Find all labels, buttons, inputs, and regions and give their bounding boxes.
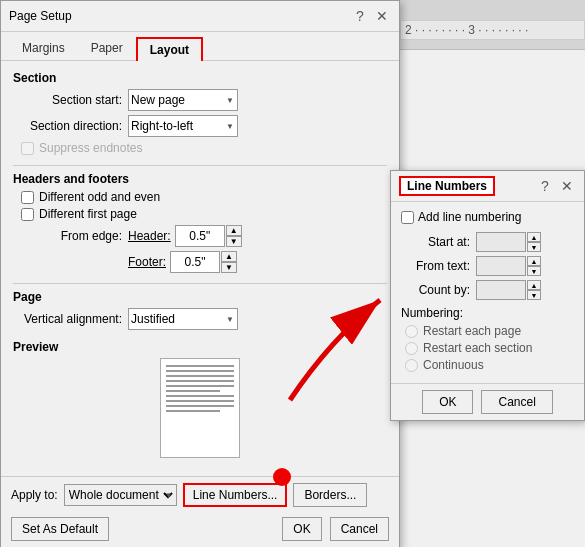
section-group-label: Section [13, 71, 387, 85]
vertical-alignment-select[interactable]: Top Center Justified Bottom [128, 308, 238, 330]
preview-frame [160, 358, 240, 458]
section-start-label: Section start: [13, 93, 128, 107]
count-by-spin-up[interactable]: ▲ [527, 280, 541, 290]
header-spin-up[interactable]: ▲ [226, 225, 242, 236]
footer-spin-up[interactable]: ▲ [221, 251, 237, 262]
from-text-row: From text: ▲ ▼ [401, 256, 574, 276]
start-at-spin-down[interactable]: ▼ [527, 242, 541, 252]
red-dot-indicator [273, 468, 291, 486]
section-start-select-wrapper: New page Continuous Even page Odd page [128, 89, 238, 111]
suppress-endnotes-checkbox[interactable] [21, 142, 34, 155]
ruler-strip: 2 · · · · · · · · 3 · · · · · · · · [400, 20, 585, 40]
section-direction-select[interactable]: Right-to-left Left-to-right [128, 115, 238, 137]
section-direction-label: Section direction: [13, 119, 128, 133]
restart-page-radio[interactable] [405, 325, 418, 338]
add-line-numbering-checkbox[interactable] [401, 211, 414, 224]
ln-body: Add line numbering Start at: ▲ ▼ From te… [391, 202, 584, 383]
restart-page-label: Restart each page [423, 324, 521, 338]
headers-footers-label: Headers and footers [13, 172, 387, 186]
from-edge-label: From edge: [13, 229, 128, 243]
ln-cancel-button[interactable]: Cancel [481, 390, 552, 414]
footer-label: Footer: [128, 255, 166, 269]
section-direction-row: Section direction: Right-to-left Left-to… [13, 115, 387, 137]
start-at-spinners: ▲ ▼ [527, 232, 541, 252]
continuous-label: Continuous [423, 358, 484, 372]
preview-line-7 [166, 395, 234, 397]
start-at-spin-up[interactable]: ▲ [527, 232, 541, 242]
line-numbers-dialog: Line Numbers ? ✕ Add line numbering Star… [390, 170, 585, 421]
titlebar-controls: ? ✕ [351, 7, 391, 25]
vertical-alignment-select-wrapper: Top Center Justified Bottom [128, 308, 238, 330]
vertical-alignment-label: Vertical alignment: [13, 312, 128, 326]
count-by-input[interactable] [476, 280, 526, 300]
restart-page-row: Restart each page [401, 324, 574, 338]
ln-ok-button[interactable]: OK [422, 390, 473, 414]
header-spinner: ▲ ▼ [175, 225, 242, 247]
ln-help-button[interactable]: ? [536, 177, 554, 195]
header-spin-down[interactable]: ▼ [226, 236, 242, 247]
preview-box: Preview [13, 340, 387, 458]
numbering-label: Numbering: [401, 306, 574, 320]
restart-section-radio[interactable] [405, 342, 418, 355]
cancel-button[interactable]: Cancel [330, 517, 389, 541]
headers-footers-group: Headers and footers Different odd and ev… [13, 172, 387, 273]
count-by-spin-down[interactable]: ▼ [527, 290, 541, 300]
ln-title: Line Numbers [399, 176, 495, 196]
set-as-default-button[interactable]: Set As Default [11, 517, 109, 541]
dialog-body: Section Section start: New page Continuo… [1, 61, 399, 476]
from-text-spin-up[interactable]: ▲ [527, 256, 541, 266]
footer-spinner: ▲ ▼ [170, 251, 237, 273]
continuous-row: Continuous [401, 358, 574, 372]
header-spinner-btns: ▲ ▼ [226, 225, 242, 247]
close-button[interactable]: ✕ [373, 7, 391, 25]
tab-margins[interactable]: Margins [9, 36, 78, 60]
suppress-endnotes-label: Suppress endnotes [39, 141, 142, 155]
page-group: Page Vertical alignment: Top Center Just… [13, 290, 387, 330]
add-line-numbering-row: Add line numbering [401, 210, 574, 224]
apply-to-label: Apply to: [11, 488, 58, 502]
ruler-area: 2 · · · · · · · · 3 · · · · · · · · [400, 0, 585, 50]
ok-button[interactable]: OK [282, 517, 321, 541]
footer-input[interactable] [170, 251, 220, 273]
from-text-spinners: ▲ ▼ [527, 256, 541, 276]
help-button[interactable]: ? [351, 7, 369, 25]
line-numbers-button[interactable]: Line Numbers... [183, 483, 288, 507]
count-by-label: Count by: [401, 283, 476, 297]
from-text-spin-down[interactable]: ▼ [527, 266, 541, 276]
from-text-label: From text: [401, 259, 476, 273]
ln-controls: ? ✕ [536, 177, 576, 195]
suppress-endnotes-row: Suppress endnotes [13, 141, 387, 155]
different-odd-even-checkbox[interactable] [21, 191, 34, 204]
preview-line-8 [166, 400, 234, 402]
start-at-input[interactable] [476, 232, 526, 252]
header-label: Header: [128, 229, 171, 243]
preview-line-2 [166, 370, 234, 372]
bottom-row: Apply to: Whole document Line Numbers...… [1, 476, 399, 513]
different-first-page-checkbox[interactable] [21, 208, 34, 221]
page-setup-dialog: Page Setup ? ✕ Margins Paper Layout Sect… [0, 0, 400, 547]
section-start-row: Section start: New page Continuous Even … [13, 89, 387, 111]
header-input[interactable] [175, 225, 225, 247]
tab-layout[interactable]: Layout [136, 37, 203, 61]
page-setup-titlebar: Page Setup ? ✕ [1, 1, 399, 32]
preview-line-1 [166, 365, 234, 367]
start-at-label: Start at: [401, 235, 476, 249]
footer-spin-down[interactable]: ▼ [221, 262, 237, 273]
add-line-numbering-label: Add line numbering [418, 210, 521, 224]
borders-button[interactable]: Borders... [293, 483, 367, 507]
start-at-row: Start at: ▲ ▼ [401, 232, 574, 252]
different-first-page-row: Different first page [13, 207, 387, 221]
section-start-select[interactable]: New page Continuous Even page Odd page [128, 89, 238, 111]
apply-to-select[interactable]: Whole document [64, 484, 177, 506]
different-odd-even-label: Different odd and even [39, 190, 160, 204]
section-group: Section Section start: New page Continuo… [13, 71, 387, 155]
different-first-page-label: Different first page [39, 207, 137, 221]
preview-line-10 [166, 410, 220, 412]
ln-footer: OK Cancel [391, 383, 584, 420]
ok-cancel-group: OK Cancel [282, 517, 389, 541]
tab-paper[interactable]: Paper [78, 36, 136, 60]
from-text-input[interactable] [476, 256, 526, 276]
count-by-row: Count by: ▲ ▼ [401, 280, 574, 300]
continuous-radio[interactable] [405, 359, 418, 372]
ln-close-button[interactable]: ✕ [558, 177, 576, 195]
